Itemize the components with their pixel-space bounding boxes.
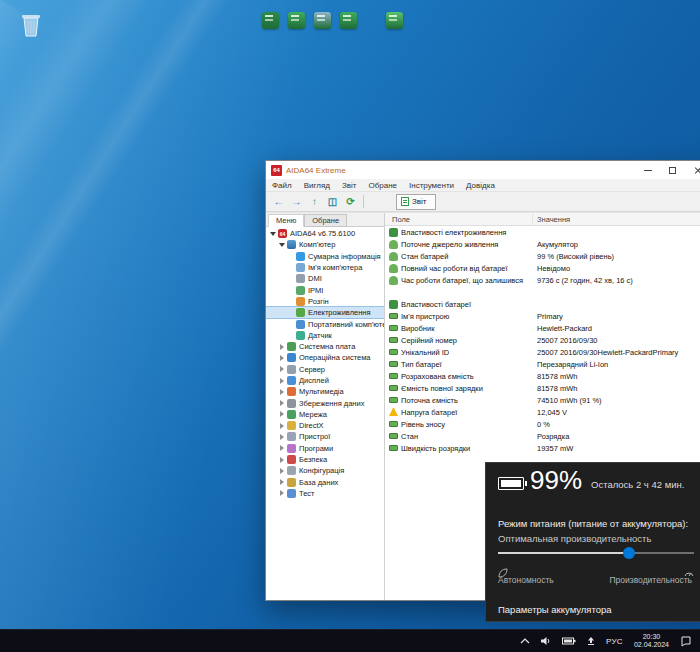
data-row[interactable]: СтанРозрядка xyxy=(385,430,700,442)
field-label: Серійний номер xyxy=(401,336,457,345)
back-icon[interactable]: ← xyxy=(270,194,287,209)
expand-chevron-icon[interactable] xyxy=(277,400,286,406)
tab-favorites[interactable]: Обране xyxy=(304,214,347,227)
data-row[interactable]: Повний час роботи від батареїНевідомо xyxy=(385,262,700,274)
data-row[interactable]: Швидкість розрядки19357 mW xyxy=(385,442,700,454)
forward-icon[interactable]: → xyxy=(288,194,305,209)
expand-chevron-icon[interactable] xyxy=(277,423,286,429)
tree-item[interactable]: Ім'я комп'ютера xyxy=(266,262,384,273)
tree-item-label: Ім'я комп'ютера xyxy=(308,263,362,272)
data-row[interactable]: Напруга батареї12,045 V xyxy=(385,406,700,418)
tree-item[interactable]: Дисплей xyxy=(266,375,384,386)
data-row[interactable]: ВиробникHewlett-Packard xyxy=(385,322,700,334)
data-row[interactable]: Рівень зносу0 % xyxy=(385,418,700,430)
expand-chevron-icon[interactable] xyxy=(277,445,286,451)
tree-item[interactable]: DirectX xyxy=(266,420,384,431)
eject-hardware-icon[interactable] xyxy=(581,630,601,652)
data-row[interactable]: Ємність повної зарядки81578 mWh xyxy=(385,382,700,394)
desktop-shortcut-5-icon[interactable] xyxy=(386,12,403,29)
expand-chevron-icon[interactable] xyxy=(277,457,286,463)
tree-item[interactable]: Системна плата xyxy=(266,341,384,352)
data-row[interactable]: Серійний номер25007 2016/09/30 xyxy=(385,334,700,346)
recycle-bin-icon[interactable] xyxy=(18,10,44,38)
expand-chevron-icon[interactable] xyxy=(277,344,286,350)
data-row[interactable]: Ім'я пристроюPrimary xyxy=(385,310,700,322)
field-label: Тип батареї xyxy=(401,360,442,369)
group-row[interactable]: Властивості електроживлення xyxy=(385,226,700,238)
menu-item[interactable]: Обране xyxy=(362,181,403,190)
battery-settings-link[interactable]: Параметры аккумулятора xyxy=(498,604,612,615)
tree-item[interactable]: Операційна система xyxy=(266,352,384,363)
data-row[interactable]: Час роботи батареї, що залишився9736 с (… xyxy=(385,274,700,286)
tree-item[interactable]: Збереження даних xyxy=(266,397,384,408)
report-button[interactable]: Звіт xyxy=(396,194,436,210)
data-row[interactable]: Стан батарей99 % (Високий рівень) xyxy=(385,250,700,262)
tree-item[interactable]: IPMI xyxy=(266,284,384,295)
expand-chevron-icon[interactable] xyxy=(277,389,286,395)
expand-chevron-icon[interactable] xyxy=(277,366,286,372)
data-row[interactable]: Унікальний ID25007 2016/09/30Hewlett-Pac… xyxy=(385,346,700,358)
screens-icon[interactable]: ◫ xyxy=(324,194,341,209)
tree-item[interactable]: Програми xyxy=(266,443,384,454)
menu-item[interactable]: Файл xyxy=(266,181,298,190)
menu-item[interactable]: Звіт xyxy=(336,181,363,190)
power-group-icon xyxy=(389,228,398,237)
tree-item[interactable]: DMI xyxy=(266,273,384,284)
tree-item[interactable]: Сервер xyxy=(266,364,384,375)
tree-item[interactable]: Електроживлення xyxy=(266,307,384,318)
volume-icon[interactable] xyxy=(535,630,557,652)
tree-item[interactable]: Розгін xyxy=(266,296,384,307)
menu-item[interactable]: Інструменти xyxy=(403,181,460,190)
expand-chevron-icon[interactable] xyxy=(277,355,286,361)
battery-saver-leaf-icon xyxy=(498,564,508,574)
group-row[interactable]: Властивості батареї xyxy=(385,298,700,310)
data-row[interactable]: Поточне джерело живленняАкумулятор xyxy=(385,238,700,250)
tray-overflow-chevron[interactable] xyxy=(515,630,535,652)
tree-item[interactable]: Пристрої xyxy=(266,431,384,442)
minimize-icon xyxy=(644,170,652,171)
close-button[interactable] xyxy=(685,161,700,179)
desktop-shortcut-3-icon[interactable] xyxy=(314,12,331,29)
minimize-button[interactable] xyxy=(635,161,660,179)
data-row[interactable]: Поточна ємність74510 mWh (91 %) xyxy=(385,394,700,406)
desktop-shortcut-4-icon[interactable] xyxy=(340,12,357,29)
tree-item[interactable]: Мультимедіа xyxy=(266,386,384,397)
expand-chevron-icon[interactable] xyxy=(277,434,286,440)
power-slider[interactable] xyxy=(498,547,694,559)
sensor-icon xyxy=(296,331,305,340)
data-row[interactable]: Розрахована ємність81578 mWh xyxy=(385,370,700,382)
expand-chevron-icon[interactable] xyxy=(277,468,286,474)
tree-item[interactable]: Мережа xyxy=(266,409,384,420)
data-row[interactable]: Тип батареїПерезарядний Li-Ion xyxy=(385,358,700,370)
tree-item[interactable]: Датчик xyxy=(266,330,384,341)
tree-item[interactable]: Тест xyxy=(266,488,384,499)
expand-chevron-icon[interactable] xyxy=(277,378,286,384)
value-label: 12,045 V xyxy=(533,408,700,417)
desktop-shortcut-1-icon[interactable] xyxy=(262,12,279,29)
value-label: 81578 mWh xyxy=(533,372,700,381)
tab-menu[interactable]: Меню xyxy=(268,214,304,227)
action-center-icon[interactable] xyxy=(675,630,697,652)
tree-item[interactable]: AIDA64 v6.75.6100 xyxy=(266,228,384,239)
tree-item[interactable]: Сумарна інформація xyxy=(266,251,384,262)
tree-item[interactable]: База даних xyxy=(266,477,384,488)
taskbar-clock[interactable]: 20:30 02.04.2024 xyxy=(628,633,675,650)
tree-item[interactable]: Портативний комп'ютер xyxy=(266,318,384,329)
tray-battery-icon[interactable] xyxy=(557,630,581,652)
up-icon[interactable]: ↑ xyxy=(306,194,323,209)
maximize-button[interactable] xyxy=(660,161,685,179)
slider-thumb[interactable] xyxy=(623,547,635,559)
expand-chevron-icon[interactable] xyxy=(277,411,286,417)
expand-chevron-icon[interactable] xyxy=(277,479,286,485)
menu-item[interactable]: Довідка xyxy=(460,181,501,190)
tree-item[interactable]: Безпека xyxy=(266,454,384,465)
tree-item[interactable]: Конфігурація xyxy=(266,465,384,476)
desktop-shortcut-2-icon[interactable] xyxy=(288,12,305,29)
menu-item[interactable]: Вигляд xyxy=(298,181,336,190)
language-indicator[interactable]: РУС xyxy=(601,630,628,652)
expand-chevron-icon[interactable] xyxy=(268,232,277,236)
expand-chevron-icon[interactable] xyxy=(277,490,286,496)
tree-item[interactable]: Комп'ютер xyxy=(266,239,384,250)
expand-chevron-icon[interactable] xyxy=(277,243,286,247)
refresh-icon[interactable]: ⟳ xyxy=(342,194,359,209)
